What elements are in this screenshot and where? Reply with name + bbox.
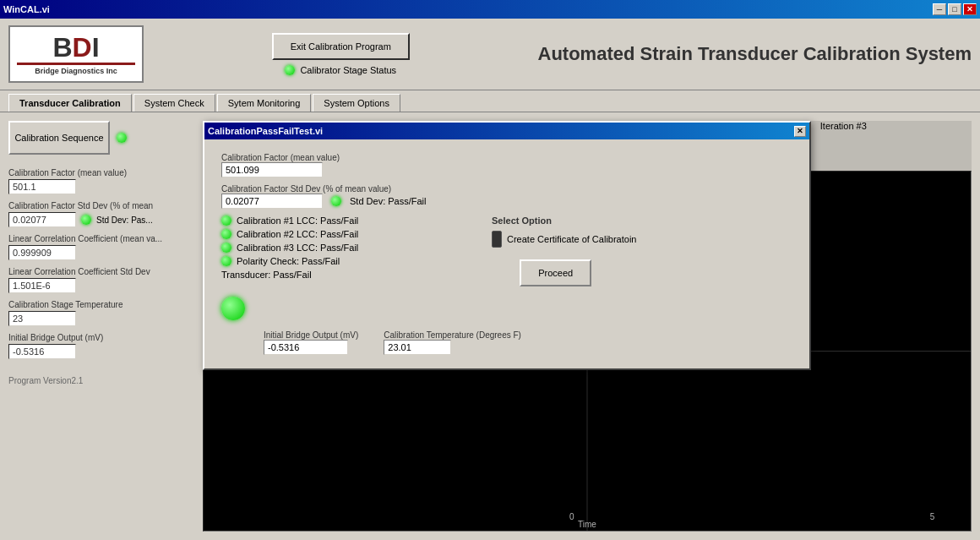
lcc-std-input[interactable] (8, 278, 76, 293)
header-title: Automated Strain Transducer Calibration … (538, 43, 972, 65)
status-0-led (221, 215, 231, 226)
status-3-label: Polarity Check: Pass/Fail (237, 256, 340, 266)
std-dev-led (81, 215, 91, 225)
modal-content: Calibration Factor (mean value) Calibrat… (204, 139, 809, 368)
right-section: Iteration #1 Iteration #2 Iteration #3 C… (203, 121, 972, 532)
modal-status-item-1: Calibration #2 LCC: Pass/Fail (221, 229, 458, 239)
calibrator-status-label: Calibrator Stage Status (300, 65, 396, 75)
modal-status-item-0: Calibration #1 LCC: Pass/Fail (221, 215, 458, 226)
modal-title-text: CalibrationPassFailTest.vi (208, 126, 323, 136)
tabs: Transducer Calibration System Check Syte… (0, 90, 980, 112)
modal-cal-std-label: Calibration Factor Std Dev (% of mean va… (221, 184, 792, 194)
modal-cal-factor-label: Calibration Factor (mean value) (221, 153, 792, 162)
modal-status-item-3: Polarity Check: Pass/Fail (221, 256, 458, 266)
lcc-mean-label: Linear Correlation Coefficient (mean va.… (8, 234, 194, 243)
main-window: BDI Bridge Diagnostics Inc Exit Calibrat… (0, 19, 980, 540)
header: BDI Bridge Diagnostics Inc Exit Calibrat… (0, 19, 980, 90)
cal-stage-temp-input[interactable] (8, 311, 76, 326)
tab-transducer-calibration[interactable]: Transducer Calibration (8, 94, 132, 112)
transducer-passfail-led (221, 297, 245, 320)
modal-overlay: CalibrationPassFailTest.vi ✕ Calibration… (203, 121, 972, 532)
header-center: Exit Calibration Program Calibrator Stag… (272, 33, 410, 75)
modal-cal-factor-input[interactable] (221, 162, 323, 177)
status-2-led (221, 243, 231, 253)
status-3-led (221, 256, 231, 266)
logo-bdi: BDI (52, 34, 99, 61)
cal-factor-label: Calibration Factor (mean value) (8, 168, 194, 177)
lcc-mean-input[interactable] (8, 245, 76, 260)
modal-select-proceed: Select Option Create Certificate of Cali… (475, 215, 636, 286)
calibration-sequence-button[interactable]: Calibration Sequence (8, 121, 110, 155)
minimize-button[interactable]: ─ (933, 3, 946, 15)
cal-factor-std-label: Calibration Factor Std Dev (% of mean (8, 201, 194, 210)
cal-sequence-led (117, 133, 127, 143)
bridge-output-group: Initial Bridge Output (mV) (264, 330, 358, 355)
maximize-button[interactable]: □ (948, 3, 961, 15)
cal-temp-label: Calibration Temperature (Degrees F) (384, 330, 521, 340)
modal-title-bar: CalibrationPassFailTest.vi ✕ (204, 123, 809, 139)
modal-std-dev-status: Std Dev: Pass/Fail (350, 196, 426, 206)
status-1-label: Calibration #2 LCC: Pass/Fail (237, 229, 358, 239)
logo-tagline: Bridge Diagnostics Inc (35, 67, 117, 75)
cal-temp-group: Calibration Temperature (Degrees F) (384, 330, 521, 355)
cal-temp-input[interactable] (384, 340, 451, 355)
initial-bridge-group: Initial Bridge Output (mV) (8, 333, 194, 359)
radio-label-certificate: Create Certificate of Calibratoin (507, 234, 636, 244)
modal-cal-std-group: Calibration Factor Std Dev (% of mean va… (221, 184, 792, 209)
modal-cal-std-row: Std Dev: Pass/Fail (221, 194, 792, 209)
std-dev-status: Std Dev: Pas... (96, 215, 153, 225)
cal-sequence-row: Calibration Sequence (8, 121, 194, 155)
radio-button-certificate[interactable] (492, 231, 502, 248)
cal-factor-std-group: Calibration Factor Std Dev (% of mean St… (8, 201, 194, 227)
title-bar: WinCAL.vi ─ □ ✕ (0, 0, 980, 19)
status-1-led (221, 229, 231, 239)
close-button[interactable]: ✕ (963, 3, 977, 15)
modal-cal-factor-group: Calibration Factor (mean value) (221, 153, 792, 177)
bridge-output-label: Initial Bridge Output (mV) (264, 330, 358, 340)
title-bar-controls: ─ □ ✕ (933, 3, 977, 15)
version-text: Program Version2.1 (8, 376, 194, 385)
proceed-button[interactable]: Proceed (520, 259, 591, 286)
modal-status-item-2: Calibration #3 LCC: Pass/Fail (221, 243, 458, 253)
tab-system-options[interactable]: System Options (313, 94, 400, 112)
select-option-label: Select Option (492, 215, 636, 226)
lcc-mean-group: Linear Correlation Coefficient (mean va.… (8, 234, 194, 260)
tab-sytem-monitoring[interactable]: Sytem Monitoring (217, 94, 312, 112)
content-area: Calibration Sequence Calibration Factor … (0, 112, 980, 540)
modal-status-items: Calibration #1 LCC: Pass/Fail Calibratio… (221, 215, 458, 286)
logo-divider (17, 63, 135, 65)
initial-bridge-input[interactable] (8, 344, 76, 359)
title-bar-text: WinCAL.vi (3, 4, 50, 14)
calibrator-status-led (285, 65, 295, 75)
cal-factor-std-input[interactable] (8, 212, 76, 227)
calibrator-status: Calibrator Stage Status (285, 65, 396, 75)
cal-stage-temp-group: Calibration Stage Temperature (8, 300, 194, 326)
initial-bridge-label: Initial Bridge Output (mV) (8, 333, 194, 342)
modal-bottom-fields: Initial Bridge Output (mV) Calibration T… (221, 330, 792, 355)
tab-system-check[interactable]: System Check (133, 94, 215, 112)
radio-option-certificate[interactable]: Create Certificate of Calibratoin (492, 231, 636, 248)
cal-factor-std-row: Std Dev: Pas... (8, 212, 194, 227)
modal-std-dev-led (331, 196, 341, 206)
exit-calibration-button[interactable]: Exit Calibration Program (272, 33, 410, 60)
transducer-passfail-row (221, 297, 792, 320)
status-2-label: Calibration #3 LCC: Pass/Fail (237, 243, 358, 253)
left-panel: Calibration Sequence Calibration Factor … (8, 121, 194, 532)
bridge-output-input[interactable] (264, 340, 348, 355)
select-option-section: Select Option Create Certificate of Cali… (492, 215, 636, 248)
cal-factor-group: Calibration Factor (mean value) (8, 168, 194, 194)
modal-close-button[interactable]: ✕ (794, 126, 806, 137)
cal-stage-temp-label: Calibration Stage Temperature (8, 300, 194, 309)
lcc-std-group: Linear Correlation Coefficient Std Dev (8, 267, 194, 293)
cal-factor-input[interactable] (8, 179, 76, 194)
modal-window: CalibrationPassFailTest.vi ✕ Calibration… (203, 121, 811, 370)
logo-box: BDI Bridge Diagnostics Inc (8, 25, 144, 83)
lcc-std-label: Linear Correlation Coefficient Std Dev (8, 267, 194, 276)
status-4-label: Transducer: Pass/Fail (221, 270, 312, 280)
modal-cal-std-input[interactable] (221, 194, 323, 209)
logo-container: BDI Bridge Diagnostics Inc (8, 25, 144, 83)
modal-status-item-4: Transducer: Pass/Fail (221, 270, 458, 280)
status-0-label: Calibration #1 LCC: Pass/Fail (237, 215, 358, 226)
modal-main-row: Calibration #1 LCC: Pass/Fail Calibratio… (221, 215, 792, 286)
